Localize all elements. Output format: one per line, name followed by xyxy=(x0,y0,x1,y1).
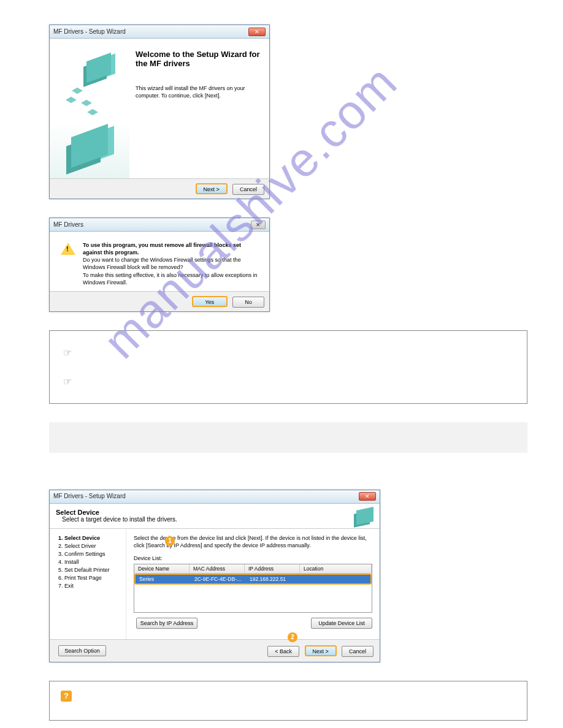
dialog-heading: Select Device xyxy=(56,509,99,516)
device-row[interactable]: Series 2C-9E-FC-4E-DB-... 192.168.222.51 xyxy=(136,575,370,583)
step-item: Install xyxy=(64,559,122,565)
step-item: Exit xyxy=(64,583,122,589)
yes-button[interactable]: Yes xyxy=(192,296,228,307)
pointer-icon: ☞ xyxy=(63,376,72,387)
close-icon[interactable]: ✕ xyxy=(359,492,376,501)
search-option-button[interactable]: Search Option xyxy=(58,645,106,656)
help-box: ? xyxy=(49,681,527,721)
col-location: Location xyxy=(300,564,372,573)
firewall-confirm-dialog: MF Drivers ✕ To use this program, you mu… xyxy=(49,218,270,312)
cell-mac: 2C-9E-FC-4E-DB-... xyxy=(191,575,246,583)
step-item: Select Driver xyxy=(64,543,122,549)
no-button[interactable]: No xyxy=(232,297,264,308)
close-icon[interactable]: ✕ xyxy=(248,28,266,36)
col-device-name: Device Name xyxy=(134,564,190,573)
product-icon xyxy=(356,507,373,525)
callout-badge-1: 1 xyxy=(165,536,175,546)
update-device-list-button[interactable]: Update Device List xyxy=(311,618,372,629)
cancel-button[interactable]: Cancel xyxy=(342,646,373,657)
setup-wizard-welcome-dialog: MF Drivers - Setup Wizard ✕ Welcome to t… xyxy=(49,25,270,199)
next-button[interactable]: Next > xyxy=(196,183,228,194)
dialog-titlebar: MF Drivers ✕ xyxy=(50,218,269,232)
step-item: Set Default Printer xyxy=(64,567,122,573)
device-list-label: Device List: xyxy=(134,555,372,561)
dialog-titlebar: MF Drivers - Setup Wizard ✕ xyxy=(50,25,269,39)
note-box: ☞ ☞ xyxy=(49,330,527,404)
wizard-steps-list: Select Device Select Driver Confirm Sett… xyxy=(50,529,126,639)
cancel-button[interactable]: Cancel xyxy=(232,184,264,195)
section-separator xyxy=(49,422,527,453)
dialog-heading: Welcome to the Setup Wizard for the MF d… xyxy=(136,50,261,68)
cell-ip: 192.168.222.51 xyxy=(246,575,301,583)
select-device-dialog: MF Drivers - Setup Wizard ✕ Select Devic… xyxy=(49,490,380,662)
warning-icon xyxy=(61,243,75,255)
col-mac: MAC Address xyxy=(190,564,245,573)
callout-badge-2: 2 xyxy=(288,632,297,642)
step-item: Print Test Page xyxy=(64,575,122,581)
back-button[interactable]: < Back xyxy=(267,646,299,657)
cell-location xyxy=(301,575,370,583)
msg-bold: To use this program, you must remove all… xyxy=(83,242,241,256)
dialog-subheading: Select a target device to install the dr… xyxy=(62,516,177,523)
step-item: Confirm Settings xyxy=(64,551,122,557)
dialog-title-text: MF Drivers xyxy=(53,218,83,232)
dialog-body-text: This wizard will install the MF drivers … xyxy=(136,85,261,99)
dialog-title-text: MF Drivers - Setup Wizard xyxy=(53,25,126,39)
close-icon[interactable]: ✕ xyxy=(251,221,266,229)
search-by-ip-button[interactable]: Search by IP Address xyxy=(136,618,197,629)
pointer-icon: ☞ xyxy=(63,347,72,358)
col-ip: IP Address xyxy=(245,564,300,573)
device-list[interactable]: Device Name MAC Address IP Address Locat… xyxy=(134,564,372,613)
msg-rest: Do you want to change the Windows Firewa… xyxy=(83,257,257,285)
cell-device-name: Series xyxy=(136,575,191,583)
dialog-titlebar: MF Drivers - Setup Wizard ✕ xyxy=(50,490,380,504)
next-button[interactable]: Next > xyxy=(305,645,337,656)
step-item: Select Device xyxy=(64,535,122,541)
wizard-sidebar-image xyxy=(50,39,129,178)
help-icon: ? xyxy=(61,691,72,702)
dialog-title-text: MF Drivers - Setup Wizard xyxy=(53,490,126,503)
